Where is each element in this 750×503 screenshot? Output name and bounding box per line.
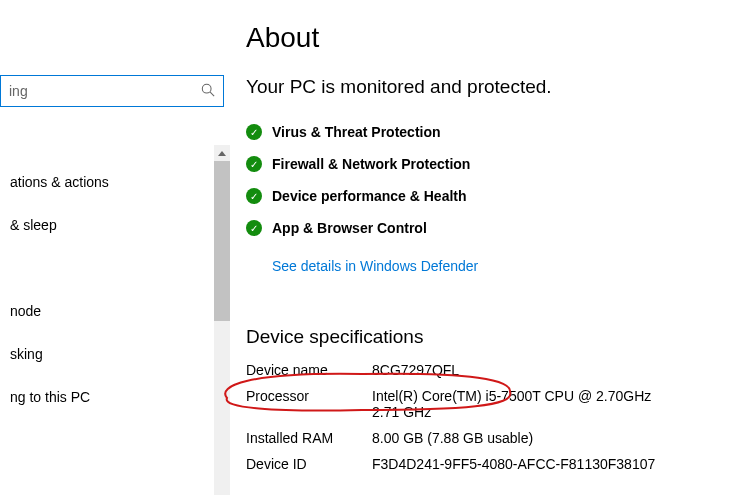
sidebar-item-projecting[interactable]: ng to this PC bbox=[0, 375, 232, 418]
search-input[interactable] bbox=[9, 83, 201, 99]
protection-label: Virus & Threat Protection bbox=[272, 124, 441, 140]
sidebar-item-power-sleep[interactable]: & sleep bbox=[0, 203, 232, 246]
table-row: Device name 8CG7297QFL bbox=[246, 362, 692, 388]
main-content: About Your PC is monitored and protected… bbox=[232, 0, 750, 503]
check-icon: ✓ bbox=[246, 124, 262, 140]
svg-point-0 bbox=[202, 84, 211, 93]
scrollbar-thumb[interactable] bbox=[214, 161, 230, 321]
specs-table: Device name 8CG7297QFL Processor Intel(R… bbox=[246, 362, 692, 482]
check-icon: ✓ bbox=[246, 156, 262, 172]
sidebar-scrollbar[interactable] bbox=[214, 145, 230, 495]
sidebar-item-label: node bbox=[10, 303, 41, 319]
protection-item-virus: ✓ Virus & Threat Protection bbox=[246, 116, 750, 148]
spec-value: Intel(R) Core(TM) i5-7500T CPU @ 2.70GHz… bbox=[372, 388, 692, 430]
search-icon bbox=[201, 83, 215, 100]
scroll-up-arrow[interactable] bbox=[214, 145, 230, 161]
protection-label: App & Browser Control bbox=[272, 220, 427, 236]
sidebar-item-unknown[interactable] bbox=[0, 246, 232, 289]
sidebar-item-label: ations & actions bbox=[10, 174, 109, 190]
protection-label: Device performance & Health bbox=[272, 188, 467, 204]
page-title: About bbox=[246, 22, 750, 54]
protection-list: ✓ Virus & Threat Protection ✓ Firewall &… bbox=[246, 116, 750, 244]
defender-link[interactable]: See details in Windows Defender bbox=[272, 258, 750, 274]
protection-item-performance: ✓ Device performance & Health bbox=[246, 180, 750, 212]
spec-value: 8.00 GB (7.88 GB usable) bbox=[372, 430, 692, 456]
check-icon: ✓ bbox=[246, 220, 262, 236]
spec-value: 8CG7297QFL bbox=[372, 362, 692, 388]
sidebar-item-multitasking[interactable]: sking bbox=[0, 332, 232, 375]
protection-label: Firewall & Network Protection bbox=[272, 156, 470, 172]
sidebar-item-label: & sleep bbox=[10, 217, 57, 233]
spec-value: F3D4D241-9FF5-4080-AFCC-F81130F38107 bbox=[372, 456, 692, 482]
sidebar-list: ations & actions & sleep node sking ng t… bbox=[0, 160, 232, 418]
table-row: Processor Intel(R) Core(TM) i5-7500T CPU… bbox=[246, 388, 692, 430]
svg-line-1 bbox=[210, 92, 214, 96]
pc-status: Your PC is monitored and protected. bbox=[246, 76, 750, 98]
spec-label: Device ID bbox=[246, 456, 372, 482]
protection-item-firewall: ✓ Firewall & Network Protection bbox=[246, 148, 750, 180]
protection-item-app-browser: ✓ App & Browser Control bbox=[246, 212, 750, 244]
check-icon: ✓ bbox=[246, 188, 262, 204]
sidebar: ations & actions & sleep node sking ng t… bbox=[0, 0, 232, 503]
spec-label: Device name bbox=[246, 362, 372, 388]
specs-title: Device specifications bbox=[246, 326, 750, 348]
spec-label: Installed RAM bbox=[246, 430, 372, 456]
sidebar-item-label: sking bbox=[10, 346, 43, 362]
table-row: Device ID F3D4D241-9FF5-4080-AFCC-F81130… bbox=[246, 456, 692, 482]
sidebar-item-tablet-mode[interactable]: node bbox=[0, 289, 232, 332]
sidebar-item-notifications[interactable]: ations & actions bbox=[0, 160, 232, 203]
search-box[interactable] bbox=[0, 75, 224, 107]
spec-label: Processor bbox=[246, 388, 372, 430]
sidebar-item-label: ng to this PC bbox=[10, 389, 90, 405]
table-row: Installed RAM 8.00 GB (7.88 GB usable) bbox=[246, 430, 692, 456]
